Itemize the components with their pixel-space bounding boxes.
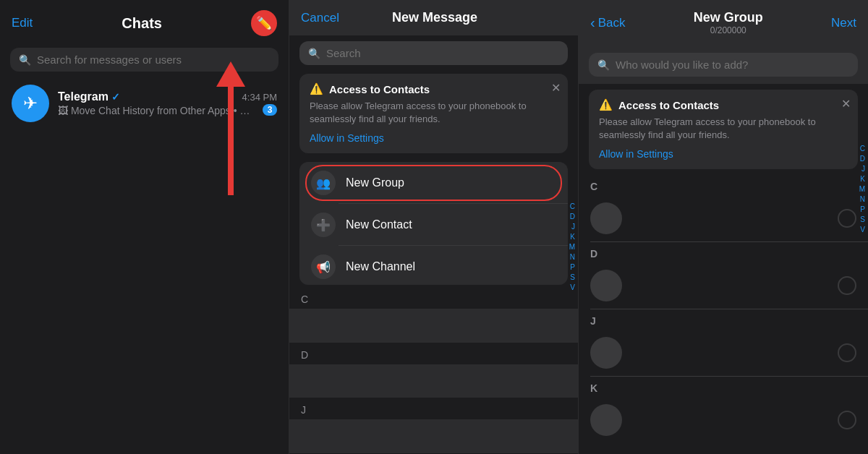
ng-contact-row-d[interactable] <box>579 262 868 309</box>
ng-avatar-c <box>590 202 622 234</box>
new-channel-label: New Channel <box>346 260 415 273</box>
edit-button[interactable]: Edit <box>12 16 33 30</box>
menu-section: 👥 New Group ➕ New Contact 📢 New Channel <box>299 162 568 284</box>
warning-icon: ⚠️ <box>310 82 323 95</box>
chat-time: 4:34 PM <box>242 92 277 103</box>
new-message-search-bar[interactable]: 🔍 <box>299 41 568 65</box>
next-button[interactable]: Next <box>831 16 856 30</box>
chat-info: Telegram ✓ 4:34 PM 🖼 Move Chat History f… <box>58 90 277 116</box>
close-banner-button[interactable]: ✕ <box>551 81 561 95</box>
alpha-s[interactable]: S <box>569 273 575 282</box>
chats-panel: Edit Chats ✏️ 🔍 ✈ Telegram ✓ 4:34 PM 🖼 M… <box>0 0 289 454</box>
ng-section-d: D <box>579 242 868 262</box>
alphabet-index: C D J K M N P S V <box>569 202 575 292</box>
alpha-d[interactable]: D <box>569 213 575 221</box>
alpha-c[interactable]: C <box>569 202 575 211</box>
ng-alpha-j[interactable]: J <box>859 165 865 174</box>
section-j-header: J <box>289 398 578 419</box>
ng-avatar-j <box>590 337 622 369</box>
new-channel-icon: 📢 <box>311 254 336 279</box>
telegram-logo-icon: ✈ <box>23 93 38 113</box>
verified-icon: ✓ <box>111 91 120 103</box>
chats-search-bar[interactable]: 🔍 <box>10 48 278 72</box>
contact-row-j[interactable] <box>289 419 578 453</box>
allow-in-settings-button[interactable]: Allow in Settings <box>310 132 384 144</box>
ng-alpha-m[interactable]: M <box>859 185 865 194</box>
avatar: ✈ <box>12 85 49 122</box>
chats-top-bar: Edit Chats ✏️ <box>0 0 289 43</box>
compose-button[interactable]: ✏️ <box>251 10 277 36</box>
alpha-v[interactable]: V <box>569 283 575 292</box>
ng-avatar-d <box>590 270 622 301</box>
chat-name: Telegram ✓ <box>58 90 120 103</box>
ng-contact-row-k[interactable] <box>579 397 868 443</box>
alpha-n[interactable]: N <box>569 253 575 262</box>
section-d-header: D <box>289 343 578 364</box>
back-button[interactable]: ‹ Back <box>590 14 625 31</box>
access-to-contacts-banner: ⚠️ Access to Contacts Please allow Teleg… <box>299 74 568 153</box>
ng-alpha-v[interactable]: V <box>859 226 865 234</box>
section-c-header: C <box>289 288 578 308</box>
highlight-circle <box>305 165 562 201</box>
ng-avatar-k <box>590 404 622 436</box>
new-message-header: Cancel New Message <box>289 0 578 35</box>
ng-alpha-n[interactable]: N <box>859 195 865 204</box>
ng-access-banner-title-text: Access to Contacts <box>618 99 719 111</box>
ng-allow-in-settings-button[interactable]: Allow in Settings <box>599 148 673 160</box>
alpha-p[interactable]: P <box>569 263 575 272</box>
ng-alpha-p[interactable]: P <box>859 205 865 214</box>
ng-contact-row-j[interactable] <box>579 330 868 376</box>
alpha-j[interactable]: J <box>569 223 575 231</box>
new-message-search-input[interactable] <box>326 47 559 59</box>
back-arrow-icon: ‹ <box>590 14 595 31</box>
ng-check-k[interactable] <box>838 411 856 429</box>
new-group-search-bar[interactable]: 🔍 <box>579 46 868 84</box>
ng-check-j[interactable] <box>838 343 856 362</box>
access-banner-description: Please allow Telegram access to your pho… <box>310 100 558 126</box>
cancel-button[interactable]: Cancel <box>301 11 339 25</box>
alpha-k[interactable]: K <box>569 233 575 241</box>
new-message-title: New Message <box>392 10 477 25</box>
new-contact-menu-item[interactable]: ➕ New Contact <box>299 204 568 246</box>
ng-check-c[interactable] <box>838 209 856 228</box>
search-icon: 🔍 <box>308 48 320 59</box>
ng-contact-row-c[interactable] <box>579 195 868 241</box>
ng-alpha-k[interactable]: K <box>859 175 865 184</box>
ng-access-banner-description: Please allow Telegram access to your pho… <box>599 116 848 142</box>
new-message-panel: Cancel New Message 🔍 ⚠️ Access to Contac… <box>289 0 579 454</box>
ng-alphabet-index: C D J K M N P S V <box>859 145 865 234</box>
ng-alpha-s[interactable]: S <box>859 215 865 224</box>
new-group-subtitle: 0/200000 <box>694 25 763 35</box>
ng-alpha-c[interactable]: C <box>859 145 865 153</box>
new-contact-icon: ➕ <box>311 213 336 237</box>
new-group-menu-item[interactable]: 👥 New Group <box>299 162 568 204</box>
new-group-label: New Group <box>346 176 404 189</box>
new-channel-menu-item[interactable]: 📢 New Channel <box>299 246 568 284</box>
ng-section-c: C <box>579 175 868 195</box>
contact-row-c[interactable] <box>289 309 578 343</box>
ng-close-banner-button[interactable]: ✕ <box>841 97 851 111</box>
search-icon: 🔍 <box>19 54 31 66</box>
new-group-title-block: New Group 0/200000 <box>694 10 763 35</box>
ng-access-to-contacts-banner: ⚠️ Access to Contacts Please allow Teleg… <box>589 90 858 169</box>
ng-warning-icon: ⚠️ <box>599 98 613 111</box>
ng-section-k: K <box>579 377 868 397</box>
search-input[interactable] <box>37 53 270 66</box>
new-group-icon: 👥 <box>311 171 336 195</box>
ng-alpha-d[interactable]: D <box>859 155 865 163</box>
access-banner-title-text: Access to Contacts <box>329 83 430 95</box>
new-group-search-input[interactable] <box>616 59 849 71</box>
contact-row-d[interactable] <box>289 364 578 398</box>
alpha-m[interactable]: M <box>569 243 575 252</box>
ng-section-j: J <box>579 309 868 330</box>
chat-item-telegram[interactable]: ✈ Telegram ✓ 4:34 PM 🖼 Move Chat History… <box>0 77 289 129</box>
new-group-title: New Group <box>694 10 763 25</box>
back-label: Back <box>598 16 626 30</box>
chats-title: Chats <box>122 15 162 32</box>
new-group-panel: ‹ Back New Group 0/200000 Next 🔍 ⚠️ Acce… <box>579 0 868 454</box>
chat-preview: 🖼 Move Chat History from Other Apps • Mo… <box>58 105 257 116</box>
search-icon: 🔍 <box>597 59 610 71</box>
compose-icon: ✏️ <box>256 17 272 30</box>
new-group-header: ‹ Back New Group 0/200000 Next <box>579 0 868 46</box>
ng-check-d[interactable] <box>838 276 856 295</box>
